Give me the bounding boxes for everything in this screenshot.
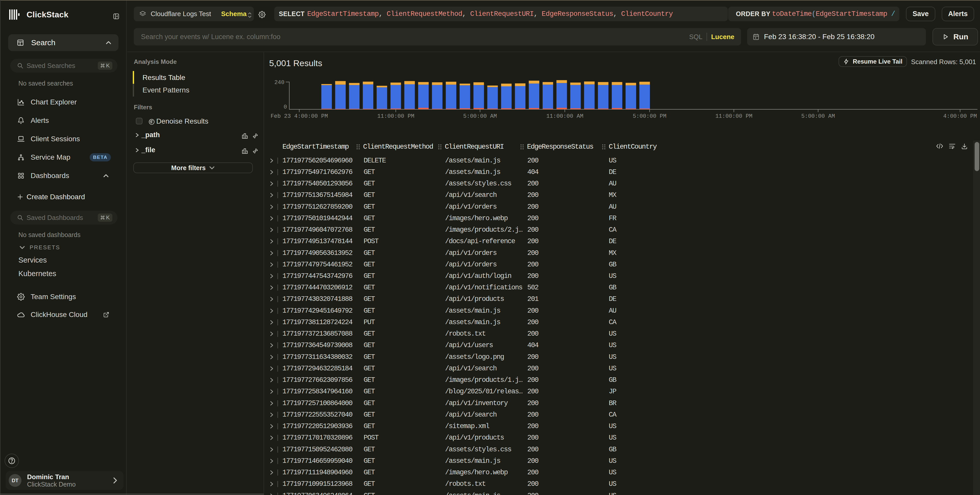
svg-text:240: 240 <box>274 80 285 86</box>
svg-text:5:00:00 PM: 5:00:00 PM <box>633 113 667 119</box>
svg-text:Feb 23 4:00:00 PM: Feb 23 4:00:00 PM <box>270 113 328 119</box>
svg-text:11:00:00 AM: 11:00:00 AM <box>546 113 583 119</box>
svg-text:5:00:00 AM: 5:00:00 AM <box>801 113 835 119</box>
svg-text:11:00:00 PM: 11:00:00 PM <box>715 113 752 119</box>
svg-text:0: 0 <box>284 104 287 110</box>
svg-text:11:00:00 PM: 11:00:00 PM <box>377 113 414 119</box>
svg-text:5:00:00 AM: 5:00:00 AM <box>463 113 497 119</box>
svg-text:4:00:00 PM: 4:00:00 PM <box>943 113 977 119</box>
